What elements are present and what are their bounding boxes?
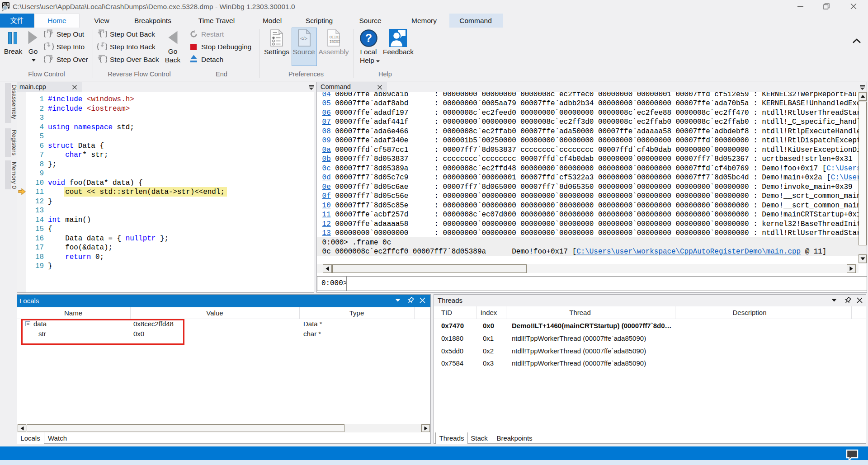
- svg-text:I0I0I: I0I0I: [330, 39, 340, 44]
- svg-text:?: ?: [365, 32, 372, 44]
- svg-text:</>: </>: [300, 36, 307, 41]
